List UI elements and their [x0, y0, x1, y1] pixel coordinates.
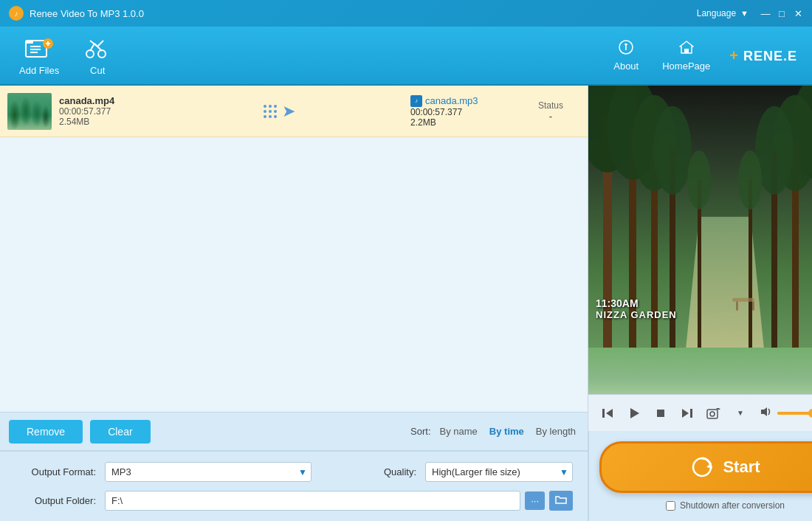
- skip-forward-button[interactable]: [677, 403, 698, 424]
- svg-point-51: [710, 412, 715, 416]
- svg-rect-49: [690, 409, 692, 418]
- logo-area: + RENE.E: [722, 47, 805, 64]
- sort-by-time[interactable]: By time: [486, 424, 527, 438]
- folder-input-area: ···: [105, 491, 573, 511]
- status-area: Status -: [521, 100, 580, 122]
- open-folder-button[interactable]: [549, 491, 573, 511]
- input-duration: 00:00:57.377: [59, 106, 148, 117]
- svg-rect-42: [736, 302, 738, 311]
- svg-rect-41: [732, 298, 754, 302]
- svg-point-40: [738, 151, 762, 210]
- toolbar: Add Files Cut i About: [0, 27, 812, 86]
- cut-icon: [83, 35, 112, 62]
- status-value: -: [521, 111, 580, 122]
- volume-area: [760, 406, 812, 421]
- volume-knob[interactable]: [808, 409, 812, 418]
- svg-marker-48: [682, 409, 689, 418]
- add-files-label: Add Files: [19, 65, 59, 76]
- clear-button[interactable]: Clear: [90, 420, 150, 444]
- stop-button[interactable]: [650, 403, 671, 424]
- format-select[interactable]: MP3 MP4 WAV AAC OGG FLAC: [105, 462, 312, 482]
- video-location: NIZZA GARDEN: [596, 309, 677, 320]
- right-panel: 11:30AM NIZZA GARDEN ▼: [588, 86, 812, 521]
- svg-point-8: [86, 50, 94, 58]
- shutdown-checkbox[interactable]: [666, 501, 675, 511]
- language-area[interactable]: Language ▼: [697, 8, 749, 18]
- input-file-name: canada.mp4: [59, 95, 148, 106]
- file-thumbnail: [7, 93, 52, 130]
- maximize-button[interactable]: □: [777, 8, 787, 18]
- close-button[interactable]: ✕: [793, 8, 803, 18]
- quality-select[interactable]: High(Larger file size) Medium Low(Smalle…: [425, 462, 573, 482]
- title-bar: ♪ Renee Video To MP3 1.0.0 Language ▼ — …: [0, 0, 812, 27]
- sort-area: Sort: By name By time By length: [410, 424, 579, 438]
- quality-select-wrapper: High(Larger file size) Medium Low(Smalle…: [425, 462, 573, 482]
- sort-by-length[interactable]: By length: [533, 424, 579, 438]
- cut-label: Cut: [90, 65, 105, 76]
- quality-label: Quality:: [335, 466, 416, 477]
- video-timestamp: 11:30AM NIZZA GARDEN: [596, 297, 677, 320]
- player-controls: ▼: [588, 394, 812, 431]
- start-label: Start: [723, 458, 760, 477]
- svg-rect-1: [26, 41, 33, 44]
- app-title: Renee Video To MP3 1.0.0: [30, 8, 697, 19]
- svg-rect-18: [684, 49, 689, 53]
- video-preview: 11:30AM NIZZA GARDEN: [588, 86, 812, 394]
- about-label: About: [613, 61, 639, 72]
- play-button[interactable]: [624, 403, 644, 424]
- screenshot-dropdown[interactable]: ▼: [730, 403, 751, 424]
- svg-rect-45: [602, 409, 605, 418]
- table-row[interactable]: canada.mp4 00:00:57.377 2.54MB: [0, 86, 588, 137]
- svg-marker-46: [630, 408, 639, 418]
- homepage-label: HomePage: [662, 61, 710, 72]
- homepage-button[interactable]: HomePage: [650, 33, 722, 77]
- output-format-label: Output Format:: [15, 466, 96, 477]
- skip-back-button[interactable]: [597, 403, 618, 424]
- start-button[interactable]: Start: [599, 441, 812, 493]
- add-files-icon: [24, 35, 54, 62]
- convert-arrow-area: ➤: [155, 102, 403, 121]
- output-file-name: canada.mp3: [425, 95, 478, 106]
- mp3-icon: ♪: [410, 95, 422, 107]
- status-label: Status: [521, 100, 580, 111]
- language-dropdown-icon[interactable]: ▼: [740, 9, 749, 18]
- svg-rect-47: [657, 410, 664, 417]
- main-layout: canada.mp4 00:00:57.377 2.54MB: [0, 86, 812, 521]
- minimize-button[interactable]: —: [760, 8, 771, 18]
- output-folder-label: Output Folder:: [15, 495, 96, 506]
- browse-button[interactable]: ···: [525, 491, 545, 510]
- settings-panel: Output Format: MP3 MP4 WAV AAC OGG FLAC …: [0, 450, 588, 521]
- output-file-info: ♪ canada.mp3 00:00:57.377 2.2MB: [410, 95, 514, 128]
- output-folder-row: Output Folder: ···: [15, 491, 573, 511]
- output-file-name-row: ♪ canada.mp3: [410, 95, 514, 107]
- volume-icon: [760, 406, 773, 421]
- svg-point-38: [687, 151, 711, 210]
- format-quality-row: Output Format: MP3 MP4 WAV AAC OGG FLAC …: [15, 462, 573, 482]
- volume-slider[interactable]: [777, 412, 812, 415]
- svg-marker-53: [761, 407, 767, 416]
- svg-marker-44: [606, 409, 613, 418]
- svg-line-10: [90, 44, 94, 51]
- sort-label: Sort:: [410, 426, 430, 437]
- language-label: Language: [697, 8, 736, 18]
- output-duration: 00:00:57.377: [410, 107, 514, 117]
- start-panel: Start Shutdown after conversion: [588, 431, 812, 521]
- window-controls[interactable]: — □ ✕: [760, 8, 803, 18]
- input-file-info: canada.mp4 00:00:57.377 2.54MB: [59, 95, 148, 127]
- thumbnail-image: [7, 93, 52, 130]
- sort-by-name[interactable]: By name: [437, 424, 481, 438]
- shutdown-row: Shutdown after conversion: [666, 500, 785, 511]
- logo-text: RENE.E: [743, 49, 797, 63]
- remove-button[interactable]: Remove: [9, 420, 83, 444]
- output-size: 2.2MB: [410, 117, 514, 128]
- add-files-button[interactable]: Add Files: [7, 30, 71, 82]
- folder-path-input[interactable]: [105, 491, 520, 511]
- svg-rect-50: [707, 410, 718, 418]
- format-select-wrapper: MP3 MP4 WAV AAC OGG FLAC ▼: [105, 462, 312, 482]
- screenshot-button[interactable]: [703, 403, 724, 424]
- cut-button[interactable]: Cut: [71, 30, 124, 82]
- svg-rect-16: [625, 44, 627, 45]
- svg-point-9: [98, 50, 106, 58]
- about-button[interactable]: i About: [602, 33, 650, 77]
- video-time: 11:30AM: [596, 297, 677, 309]
